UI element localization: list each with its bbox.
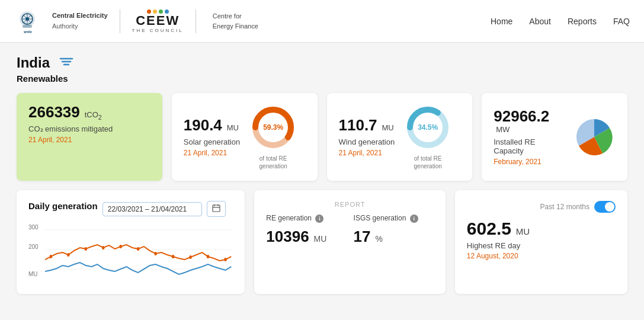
wind-donut: 34.5%: [404, 104, 451, 151]
solar-card: 190.4 MU Solar generation 21 April, 2021…: [172, 93, 318, 181]
svg-rect-7: [23, 25, 32, 28]
past-12-months-toggle[interactable]: [594, 201, 616, 213]
svg-point-28: [137, 247, 140, 251]
mini-line-chart: 300 200 MU: [28, 224, 233, 283]
toggle-label: Past 12 months: [540, 203, 589, 211]
re-gen-value-row: 10396 MU: [266, 228, 346, 246]
wind-date: 21 April, 2021: [339, 149, 395, 157]
highlight-value-row: 602.5 MU: [467, 219, 616, 239]
highlight-date: 12 August, 2020: [467, 252, 616, 260]
nav-reports[interactable]: Reports: [568, 17, 597, 26]
solar-text: 190.4 MU Solar generation 21 April, 2021: [184, 117, 240, 157]
nav-faq[interactable]: FAQ: [613, 17, 630, 26]
ceew-right-text: Centre for Energy Finance: [213, 11, 258, 31]
co2-unit: tCO2: [85, 110, 102, 119]
wind-donut-col: 34.5% of total REgeneration: [404, 104, 451, 170]
isgs-gen-title: ISGS generation i: [354, 214, 434, 223]
solar-date: 21 April, 2021: [184, 149, 240, 157]
svg-point-24: [67, 253, 70, 257]
header: सत्यमेव Central Electricity Authority CE…: [0, 0, 644, 43]
re-gen-value: 10396: [266, 228, 309, 245]
nav-about[interactable]: About: [529, 17, 551, 26]
title-row: India: [17, 55, 627, 71]
installed-text: 92966.2 MW Installed RECapacity February…: [494, 108, 563, 167]
svg-point-31: [189, 255, 192, 259]
re-gen-title: RE generation i: [266, 214, 346, 223]
india-emblem-icon: सत्यमेव: [14, 8, 40, 34]
report-card: Report RE generation i 10396 MU ISGS gen…: [254, 190, 446, 294]
co2-label: CO₂ emissions mitigated: [28, 124, 150, 133]
co2-date: 21 April, 2021: [28, 136, 150, 144]
main-content: India Renewables 266339 tCO2 CO₂ emissio…: [0, 43, 644, 306]
svg-point-26: [102, 246, 105, 249]
solar-donut-pct: 59.3%: [263, 123, 283, 132]
solar-label: Solar generation: [184, 137, 240, 146]
toggle-knob: [605, 202, 614, 212]
installed-value: 92966.2: [494, 107, 549, 125]
solar-unit: MU: [227, 123, 239, 132]
svg-point-27: [119, 245, 122, 248]
solar-value: 190.4: [184, 116, 222, 134]
solar-donut-label: of total REgeneration: [259, 155, 287, 170]
highlight-card: Past 12 months 602.5 MU Highest RE day 1…: [455, 190, 627, 294]
installed-card: 92966.2 MW Installed RECapacity February…: [482, 93, 627, 181]
svg-point-32: [207, 255, 210, 258]
highlight-label: Highest RE day: [467, 241, 616, 250]
y-label-200: 200: [28, 244, 39, 250]
svg-point-33: [224, 258, 227, 261]
installed-date: February, 2021: [494, 158, 563, 166]
installed-label: Installed RECapacity: [494, 137, 563, 155]
main-nav: Home About Reports FAQ: [491, 17, 630, 26]
filter-icon[interactable]: [59, 55, 73, 71]
nav-home[interactable]: Home: [491, 17, 512, 26]
logo-divider: [120, 9, 120, 33]
wind-unit: MU: [382, 123, 393, 132]
cea-logo-text: Central Electricity Authority: [52, 11, 108, 31]
highlight-unit: MU: [516, 226, 530, 236]
y-label-300: 300: [28, 224, 39, 231]
isgs-gen-value: 17: [354, 228, 371, 245]
report-col-isgs: ISGS generation i 17 %: [354, 214, 434, 246]
calendar-icon: [212, 204, 220, 212]
wind-value: 110.7: [339, 116, 377, 134]
report-col-re: RE generation i 10396 MU: [266, 214, 346, 246]
wind-donut-pct: 34.5%: [418, 123, 438, 132]
daily-chart-card: Daily generation 300 200 MU: [17, 190, 245, 294]
svg-rect-16: [213, 205, 220, 212]
report-section-label: Report: [266, 201, 434, 208]
stat-cards-row: 266339 tCO2 CO₂ emissions mitigated 21 A…: [17, 93, 627, 181]
installed-pie: [573, 116, 616, 158]
y-label-mu: MU: [28, 271, 38, 277]
wind-card: 110.7 MU Wind generation 21 April, 2021 …: [327, 93, 473, 181]
toggle-row: Past 12 months: [467, 201, 616, 213]
ceew-subtitle: THE COUNCIL: [132, 28, 184, 33]
chart-title: Daily generation: [28, 201, 98, 211]
ceew-logo: CEEW THE COUNCIL: [132, 9, 184, 33]
isgs-gen-unit: %: [375, 234, 382, 244]
wind-text: 110.7 MU Wind generation 21 April, 2021: [339, 117, 395, 157]
installed-unit: MW: [496, 125, 510, 134]
highlight-value: 602.5: [467, 219, 511, 238]
page-title: India: [17, 55, 50, 71]
ceew-wordmark: CEEW: [136, 14, 180, 27]
svg-text:सत्यमेव: सत्यमेव: [23, 30, 32, 34]
isgs-gen-value-row: 17 %: [354, 228, 434, 246]
re-gen-info-icon[interactable]: i: [315, 215, 323, 223]
svg-point-29: [154, 252, 157, 255]
co2-card: 266339 tCO2 CO₂ emissions mitigated 21 A…: [17, 93, 162, 181]
isgs-gen-info-icon[interactable]: i: [410, 215, 418, 223]
co2-value-row: 266339 tCO2: [28, 104, 150, 121]
svg-point-25: [84, 247, 87, 251]
wind-label: Wind generation: [339, 137, 395, 146]
solar-donut: 59.3%: [249, 104, 297, 151]
chart-header-row: Daily generation: [28, 201, 233, 217]
co2-value: 266339: [28, 103, 80, 121]
filter-svg-icon: [59, 56, 73, 67]
date-range-input[interactable]: [102, 202, 202, 216]
logo-divider2: [196, 9, 196, 33]
calendar-button[interactable]: [207, 201, 226, 217]
svg-point-23: [50, 255, 53, 258]
bottom-row: Daily generation 300 200 MU: [17, 190, 627, 294]
solar-donut-col: 59.3% of total REgeneration: [249, 104, 297, 170]
logo-area: सत्यमेव Central Electricity Authority CE…: [14, 8, 491, 34]
